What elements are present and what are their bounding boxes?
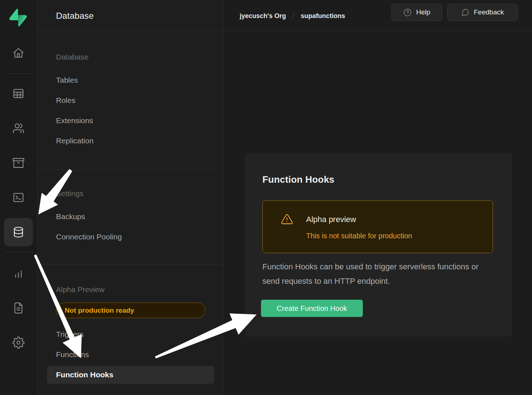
breadcrumb-separator: / (292, 12, 294, 19)
feedback-bubble-icon (461, 8, 469, 17)
home-icon (12, 47, 25, 59)
settings-gear-icon (12, 337, 25, 349)
feedback-button[interactable]: Feedback (447, 4, 518, 21)
warning-triangle-icon (281, 213, 293, 225)
rail-divider (4, 73, 33, 74)
help-button[interactable]: Help (391, 4, 442, 21)
icon-rail (0, 0, 38, 395)
alpha-preview-alert: Alpha preview This is not suitable for p… (262, 200, 493, 253)
sidebar-item-tables[interactable]: Tables (56, 74, 78, 87)
alert-title: Alpha preview (306, 215, 356, 224)
rail-item-storage[interactable] (4, 151, 33, 174)
sidebar-item-function-hooks-label: Function Hooks (56, 366, 113, 384)
feedback-button-label: Feedback (474, 8, 504, 16)
auth-users-icon (12, 122, 25, 134)
alert-message: This is not suitable for production (306, 232, 412, 240)
sidebar-title: Database (56, 0, 94, 32)
breadcrumb-project[interactable]: supafunctions (301, 12, 345, 20)
rail-item-table-editor[interactable] (4, 82, 33, 105)
database-icon (12, 226, 25, 238)
sidebar-item-triggers[interactable]: Triggers (56, 328, 83, 341)
sidebar-item-functions[interactable]: Functions (56, 348, 89, 361)
sidebar-divider (38, 264, 223, 265)
help-circle-icon (403, 8, 412, 17)
section-label-database: Database (56, 51, 89, 64)
breadcrumb-org[interactable]: jyecusch's Org (240, 12, 286, 20)
sidebar-item-function-hooks[interactable]: Function Hooks (47, 366, 214, 384)
sidebar-item-connection-pooling[interactable]: Connection Pooling (56, 230, 122, 243)
rail-item-reports[interactable] (4, 262, 33, 285)
breadcrumb: jyecusch's Org / supafunctions (240, 0, 345, 32)
sidebar-item-backups[interactable]: Backups (56, 210, 85, 223)
section-label-settings: Settings (56, 187, 83, 200)
rail-item-sql-editor[interactable] (4, 186, 33, 209)
sidebar-item-replication[interactable]: Replication (56, 134, 94, 147)
rail-item-auth-users[interactable] (4, 117, 33, 140)
rail-item-settings[interactable] (4, 331, 33, 354)
reports-icon (12, 267, 25, 279)
not-production-ready-badge: Not production ready (56, 303, 205, 318)
sidebar-item-extensions[interactable]: Extensions (56, 114, 93, 127)
sidebar-item-roles[interactable]: Roles (56, 94, 76, 107)
table-editor-icon (12, 87, 25, 100)
rail-item-home[interactable] (4, 42, 33, 65)
storage-icon (12, 157, 25, 169)
function-hooks-card: Function Hooks Alpha preview This is not… (245, 153, 512, 337)
sidebar-header: Database (38, 0, 223, 32)
card-title: Function Hooks (262, 174, 334, 185)
rail-item-database[interactable] (4, 218, 33, 246)
supabase-dashboard: Database Database Tables Roles Extension… (0, 0, 532, 395)
rail-item-logs[interactable] (4, 296, 33, 320)
help-button-label: Help (416, 8, 430, 16)
create-function-hook-button[interactable]: Create Function Hook (261, 300, 363, 317)
sql-terminal-icon (12, 191, 25, 204)
section-label-alpha-preview: Alpha Preview (56, 283, 104, 296)
logs-icon (12, 302, 25, 314)
sidebar-divider (38, 394, 223, 394)
card-description: Function Hooks can be used to trigger se… (262, 260, 479, 288)
database-sidebar: Database Database Tables Roles Extension… (38, 0, 223, 395)
sidebar-divider (38, 170, 223, 170)
top-header: jyecusch's Org / supafunctions Help Feed… (223, 0, 532, 32)
supabase-logo[interactable] (9, 9, 27, 27)
rail-divider (4, 252, 33, 252)
